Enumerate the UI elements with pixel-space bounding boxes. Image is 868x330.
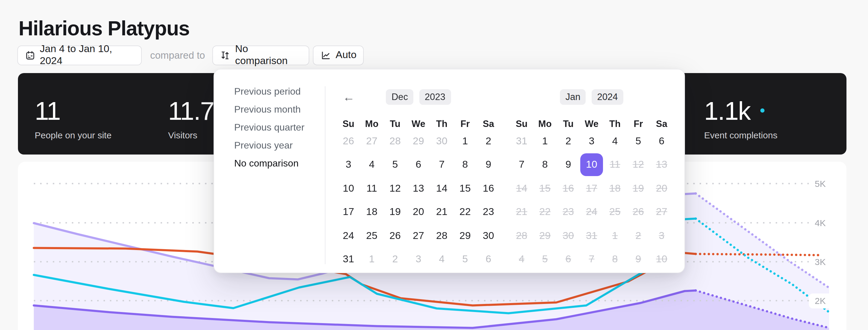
day-of-week-header: SuMoTuWeThFrSa (510, 118, 673, 129)
day-cell-jan-24: 24 (580, 200, 603, 224)
day-cell-dec-26[interactable]: 26 (337, 129, 360, 153)
menu-item-previous-period[interactable]: Previous period (214, 83, 324, 101)
y-axis-label-5K: 5K (815, 178, 826, 188)
date-comparison-popover: Previous periodPrevious monthPrevious qu… (213, 69, 685, 273)
day-cell-dec-5[interactable]: 5 (454, 248, 477, 271)
day-cell-jan-14: 14 (510, 177, 533, 200)
live-indicator-dot (761, 108, 765, 113)
day-cell-dec-23[interactable]: 23 (477, 200, 500, 224)
day-cell-dec-28[interactable]: 28 (383, 129, 407, 153)
day-cell-dec-2[interactable]: 2 (383, 248, 407, 271)
day-cell-dec-12[interactable]: 12 (383, 177, 407, 200)
menu-item-previous-month[interactable]: Previous month (214, 101, 324, 118)
stat-value: 11 (35, 97, 60, 124)
dow-mo: Mo (360, 118, 383, 129)
popover-divider (324, 86, 325, 264)
day-cell-dec-30[interactable]: 30 (430, 129, 454, 153)
day-cell-jan-15: 15 (533, 177, 557, 200)
day-cell-dec-6[interactable]: 6 (407, 153, 430, 177)
day-cell-jan-8[interactable]: 8 (533, 153, 557, 177)
day-cell-dec-15[interactable]: 15 (454, 177, 477, 200)
day-cell-dec-1[interactable]: 1 (454, 129, 477, 153)
day-cell-jan-9[interactable]: 9 (557, 153, 580, 177)
day-cell-dec-19[interactable]: 19 (383, 200, 407, 224)
day-cell-dec-27[interactable]: 27 (360, 129, 383, 153)
day-cell-dec-16[interactable]: 16 (477, 177, 500, 200)
month-pill-dec[interactable]: Dec (386, 89, 413, 105)
day-cell-dec-11[interactable]: 11 (360, 177, 383, 200)
day-cell-dec-2[interactable]: 2 (477, 129, 500, 153)
day-cell-dec-13[interactable]: 13 (407, 177, 430, 200)
dow-sa: Sa (477, 118, 500, 129)
day-cell-dec-21[interactable]: 21 (430, 200, 454, 224)
dow-tu: Tu (383, 118, 407, 129)
day-cell-dec-18[interactable]: 18 (360, 200, 383, 224)
day-cell-dec-1[interactable]: 1 (360, 248, 383, 271)
day-cell-jan-10: 10 (650, 248, 673, 271)
day-cell-jan-1: 1 (603, 224, 627, 248)
day-grid: 3112345678910111213141516171819202122232… (510, 129, 673, 271)
calendar-prev-arrow-icon[interactable]: ← (340, 89, 357, 105)
month-pill-jan[interactable]: Jan (560, 89, 586, 105)
day-cell-dec-3[interactable]: 3 (407, 248, 430, 271)
compared-to-label: compared to (150, 45, 205, 65)
date-range-label: Jan 4 to Jan 10, 2024 (40, 43, 134, 67)
day-cell-jan-29: 29 (533, 224, 557, 248)
day-cell-jan-26: 26 (627, 200, 650, 224)
day-cell-jan-5[interactable]: 5 (627, 129, 650, 153)
stat-event-completions[interactable]: 1.1kEvent completions (704, 97, 777, 140)
comparison-button[interactable]: No comparison (212, 45, 309, 65)
day-cell-dec-30[interactable]: 30 (477, 224, 500, 248)
day-cell-dec-14[interactable]: 14 (430, 177, 454, 200)
day-cell-dec-29[interactable]: 29 (454, 224, 477, 248)
day-cell-dec-20[interactable]: 20 (407, 200, 430, 224)
day-cell-dec-31[interactable]: 31 (337, 248, 360, 271)
year-pill-2023[interactable]: 2023 (420, 89, 451, 105)
day-cell-dec-24[interactable]: 24 (337, 224, 360, 248)
dow-tu: Tu (557, 118, 580, 129)
day-cell-dec-7[interactable]: 7 (430, 153, 454, 177)
day-cell-jan-6[interactable]: 6 (650, 129, 673, 153)
day-cell-jan-20: 20 (650, 177, 673, 200)
dow-su: Su (337, 118, 360, 129)
day-cell-jan-2[interactable]: 2 (557, 129, 580, 153)
interval-button[interactable]: Auto (313, 45, 364, 65)
day-cell-jan-10-selected[interactable]: 10 (580, 153, 603, 177)
date-range-button[interactable]: Jan 4 to Jan 10, 2024 (17, 45, 142, 65)
day-cell-dec-25[interactable]: 25 (360, 224, 383, 248)
day-cell-dec-22[interactable]: 22 (454, 200, 477, 224)
day-cell-jan-30: 30 (557, 224, 580, 248)
day-cell-dec-28[interactable]: 28 (430, 224, 454, 248)
day-cell-jan-27: 27 (650, 200, 673, 224)
day-cell-jan-3[interactable]: 3 (580, 129, 603, 153)
day-cell-jan-18: 18 (603, 177, 627, 200)
day-cell-dec-17[interactable]: 17 (337, 200, 360, 224)
menu-item-previous-quarter[interactable]: Previous quarter (214, 118, 324, 137)
day-cell-dec-3[interactable]: 3 (337, 153, 360, 177)
day-cell-jan-12: 12 (627, 153, 650, 177)
menu-item-no-comparison[interactable]: No comparison (214, 155, 324, 172)
day-cell-jan-7[interactable]: 7 (510, 153, 533, 177)
day-cell-dec-29[interactable]: 29 (407, 129, 430, 153)
day-of-week-header: SuMoTuWeThFrSa (337, 118, 500, 129)
day-cell-dec-4[interactable]: 4 (360, 153, 383, 177)
year-pill-2024[interactable]: 2024 (592, 89, 623, 105)
day-cell-dec-27[interactable]: 27 (407, 224, 430, 248)
day-cell-jan-1[interactable]: 1 (533, 129, 557, 153)
day-cell-jan-4[interactable]: 4 (603, 129, 627, 153)
stat-people-on-your-site[interactable]: 11People on your site (35, 97, 112, 140)
day-cell-jan-4: 4 (510, 248, 533, 271)
day-cell-dec-4[interactable]: 4 (430, 248, 454, 271)
day-cell-dec-6[interactable]: 6 (477, 248, 500, 271)
comparison-button-label: No comparison (235, 43, 301, 67)
dow-we: We (580, 118, 603, 129)
day-cell-dec-10[interactable]: 10 (337, 177, 360, 200)
day-cell-dec-26[interactable]: 26 (383, 224, 407, 248)
day-cell-jan-31[interactable]: 31 (510, 129, 533, 153)
calendar-icon (25, 50, 35, 60)
day-cell-dec-9[interactable]: 9 (477, 153, 500, 177)
day-cell-dec-5[interactable]: 5 (383, 153, 407, 177)
comparison-menu: Previous periodPrevious monthPrevious qu… (214, 83, 324, 172)
day-cell-dec-8[interactable]: 8 (454, 153, 477, 177)
menu-item-previous-year[interactable]: Previous year (214, 137, 324, 155)
